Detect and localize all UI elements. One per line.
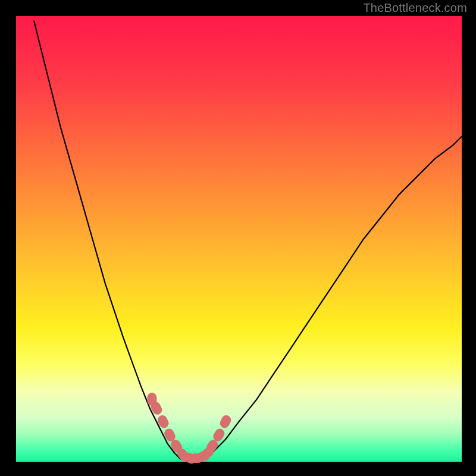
bottleneck-chart [0, 0, 476, 476]
gradient-background [16, 16, 462, 462]
watermark-text: TheBottleneck.com [363, 1, 467, 15]
